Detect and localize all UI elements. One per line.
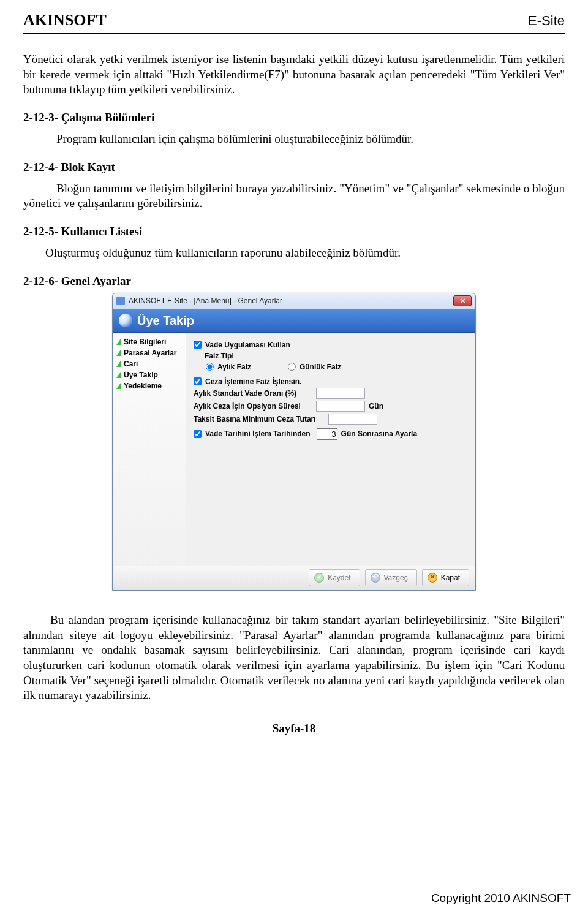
input-opsiyon-suresi[interactable] [316,401,365,412]
sidebar-item-site-bilgileri[interactable]: Site Bilgileri [116,336,182,347]
section-body: Bloğun tanımını ve iletişim bilgilerini … [23,182,565,210]
sidebar-item-label: Yedekleme [124,382,162,390]
sidebar-item-parasal-ayarlar[interactable]: Parasal Ayarlar [116,347,182,358]
triangle-icon [116,361,121,367]
triangle-icon [116,372,121,378]
radio-input-gunluk[interactable] [288,363,296,371]
checkbox-vade-uygulamasi[interactable] [194,341,202,349]
input-gun-sonrasi[interactable] [317,428,337,440]
button-label: Kapat [441,573,460,582]
section-2-12-5: 2-12-5- Kullanıcı Listesi Oluşturmuş old… [23,225,565,261]
checkbox-label: Ceza İşlemine Faiz İşlensin. [205,377,301,386]
checkbox-ceza-faiz[interactable] [194,377,202,385]
section-title: 2-12-5- Kullanıcı Listesi [23,225,565,238]
copyright-footer: Copyright 2010 AKINSOFT [431,891,571,905]
section-body: Program kullanıcıları için çalışma bölüm… [56,132,565,147]
kapat-button[interactable]: Kapat [422,569,469,586]
banner-title: Üye Takip [137,314,194,328]
button-label: Kaydet [328,573,350,582]
check-icon [314,573,324,583]
close-icon [428,573,437,583]
page-number: Sayfa-18 [23,722,565,735]
section-title: 2-12-4- Blok Kayıt [23,161,565,174]
radio-label: Aylık Faiz [217,363,251,371]
radio-aylik-faiz[interactable]: Aylık Faiz [206,363,251,371]
header-product: E-Site [528,13,565,29]
label-gun: Gün [369,402,383,411]
kaydet-button[interactable]: Kaydet [309,569,360,586]
window-close-button[interactable]: ✕ [453,295,472,306]
window-button-bar: Kaydet Vazgeç Kapat [113,566,475,590]
close-icon: ✕ [460,297,466,305]
header-brand: AKINSOFT [23,11,107,29]
app-icon [116,297,125,305]
sidebar-item-label: Site Bilgileri [124,338,166,346]
label-vade-orani: Aylık Standart Vade Oranı (%) [194,389,316,398]
radio-input-aylik[interactable] [206,363,214,371]
section-2-12-6: 2-12-6- Genel Ayarlar [23,274,565,288]
radio-gunluk-faiz[interactable]: Günlük Faiz [288,363,341,371]
window-title: AKINSOFT E-Site - [Ana Menü] - Genel Aya… [129,297,282,305]
label-opsiyon-suresi: Aylık Ceza İçin Opsiyon Süresi [194,402,316,411]
window-banner: Üye Takip [113,309,475,333]
vazgec-button[interactable]: Vazgeç [365,569,417,586]
triangle-icon [116,383,121,389]
section-body: Oluşturmuş olduğunuz tüm kullanıcıların … [45,246,565,261]
sidebar-item-uye-takip[interactable]: Üye Takip [116,369,182,380]
button-label: Vazgeç [384,573,408,582]
triangle-icon [116,339,121,345]
sidebar-item-label: Üye Takip [124,371,158,379]
label-min-ceza: Taksit Başına Minimum Ceza Tutarı [194,415,328,423]
intro-paragraph: Yönetici olarak yetki verilmek isteniyor… [23,52,565,97]
checkbox-label: Vade Tarihini İşlem Tarihinden [205,430,311,438]
checkbox-label: Vade Uygulaması Kullan [205,341,290,349]
checkbox-vade-tarihi[interactable] [194,430,202,438]
undo-icon [371,573,380,583]
section-title: 2-12-6- Genel Ayarlar [23,274,565,288]
section-2-12-3: 2-12-3- Çalışma Bölümleri Program kullan… [23,111,565,147]
after-window-paragraph: Bu alandan program içerisinde kullanacağ… [23,613,565,703]
globe-icon [119,314,132,327]
settings-sidebar: Site Bilgileri Parasal Ayarlar Cari Üye … [113,333,186,566]
sidebar-item-yedekleme[interactable]: Yedekleme [116,380,182,392]
input-min-ceza[interactable] [328,414,377,425]
section-title: 2-12-3- Çalışma Bölümleri [23,111,565,124]
radio-label: Günlük Faiz [300,363,341,371]
triangle-icon [116,350,121,356]
page-header: AKINSOFT E-Site [23,11,565,34]
input-vade-orani[interactable] [316,388,365,399]
window-titlebar[interactable]: AKINSOFT E-Site - [Ana Menü] - Genel Aya… [113,293,475,309]
faiz-tipi-label: Faiz Tipi [205,352,468,360]
section-2-12-4: 2-12-4- Blok Kayıt Bloğun tanımını ve il… [23,161,565,211]
label-gun-sonrasina: Gün Sonrasına Ayarla [341,430,417,438]
sidebar-item-label: Parasal Ayarlar [124,349,177,357]
sidebar-item-label: Cari [124,360,138,368]
sidebar-item-cari[interactable]: Cari [116,358,182,369]
settings-window: AKINSOFT E-Site - [Ana Menü] - Genel Aya… [112,293,476,591]
settings-content: Vade Uygulaması Kullan Faiz Tipi Aylık F… [186,333,475,566]
